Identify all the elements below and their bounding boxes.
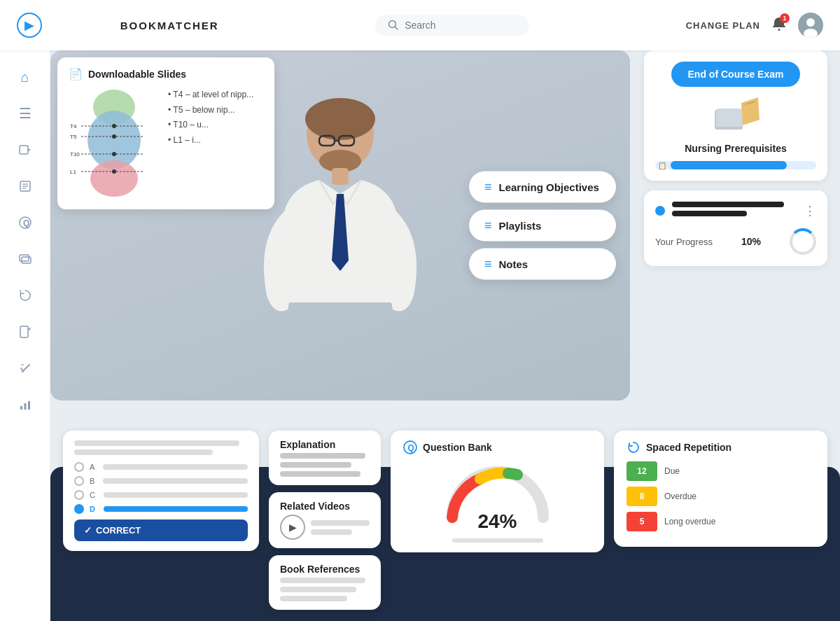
book-line-2 [280, 587, 356, 592]
spaced-repetition-card: Spaced Repetition 12 Due 8 Overdue [614, 431, 827, 547]
exp-line-3 [280, 471, 360, 477]
sr-bar-due: 12 [626, 461, 657, 481]
sidebar-item-videos[interactable] [10, 134, 41, 165]
svg-line-1 [396, 27, 398, 30]
svg-point-41 [112, 134, 116, 139]
spaced-rep-icon [626, 440, 640, 454]
main-layout: 📄 Downloadable Slides [50, 50, 840, 621]
svg-point-4 [806, 18, 815, 27]
option-a-line [103, 464, 248, 470]
progress-line-1 [672, 202, 784, 207]
option-c-label: C [90, 491, 95, 499]
sidebar-item-courses[interactable]: ☰ [10, 98, 41, 129]
svg-marker-7 [28, 148, 31, 151]
svg-rect-14 [20, 255, 29, 261]
sr-bar-long-overdue: 5 [626, 512, 657, 531]
book-references-title: Book References [280, 564, 370, 575]
sidebar-item-analytics[interactable] [10, 389, 41, 420]
explanation-card: Explanation [269, 431, 381, 485]
quiz-question-lines [74, 440, 248, 455]
svg-rect-15 [22, 257, 31, 263]
lessons-icon [18, 179, 32, 193]
learning-objectives-button[interactable]: ≡ Learning Objectives [469, 172, 616, 203]
play-button[interactable]: ▶ [280, 515, 305, 540]
video-area: 📄 Downloadable Slides [50, 50, 630, 400]
option-d[interactable]: D [74, 504, 248, 514]
option-d-label: D [90, 505, 95, 513]
progress-status-dot [655, 206, 665, 216]
bullet-2: T5 – below nip... [168, 103, 253, 118]
correct-button[interactable]: ✓ CORRECT [74, 519, 248, 541]
avatar-icon [798, 13, 823, 38]
slide-card: 📄 Downloadable Slides [57, 57, 274, 209]
progress-bar-bg: 📋 [655, 161, 816, 169]
progress-footer: Your Progress 10% [655, 228, 816, 255]
sidebar-item-questions[interactable]: Q [10, 207, 41, 238]
svg-rect-20 [24, 403, 26, 410]
sidebar-item-flashcards[interactable] [10, 244, 41, 274]
sr-label-overdue: Overdue [664, 491, 696, 501]
sidebar-item-notes[interactable] [10, 316, 41, 347]
exp-line-1 [280, 453, 365, 459]
option-b[interactable]: B [74, 476, 248, 486]
book-line-1 [280, 578, 365, 583]
sr-count-due: 12 [637, 466, 646, 476]
search-bar[interactable] [375, 15, 529, 36]
slide-bullets: T4 – at level of nipp... T5 – below nip.… [168, 88, 253, 200]
related-videos-title: Related Videos [280, 501, 370, 512]
vid-line-1 [311, 520, 370, 526]
radio-a[interactable] [74, 462, 84, 472]
radio-d[interactable] [74, 504, 84, 514]
checklist-icon [18, 361, 32, 375]
logo[interactable]: ▶ [17, 13, 42, 38]
question-bank-header: Q Question Bank [403, 440, 592, 454]
radio-b[interactable] [74, 476, 84, 486]
courses-icon: ☰ [19, 105, 31, 122]
end-of-course-exam-button[interactable]: End of Course Exam [671, 62, 801, 87]
change-plan-button[interactable]: CHANGE PLAN [686, 20, 760, 31]
q-line-1 [74, 440, 239, 446]
playlists-icon: ≡ [484, 218, 492, 233]
notes-menu-icon: ≡ [484, 257, 492, 272]
playlists-button[interactable]: ≡ Playlists [469, 210, 616, 242]
svg-text:T10: T10 [70, 151, 80, 158]
top-navigation: ▶ BOOKMATCHER CHANGE PLAN 1 [0, 0, 840, 50]
option-b-label: B [90, 477, 94, 485]
sidebar-item-home[interactable]: ⌂ [10, 62, 41, 92]
related-videos-card: Related Videos ▶ [269, 492, 381, 548]
svg-text:Q: Q [408, 443, 414, 453]
progress-text-lines [672, 202, 797, 220]
svg-text:T4: T4 [70, 123, 77, 130]
progress-circle [790, 228, 816, 255]
check-icon: ✓ [84, 525, 92, 536]
notes-button[interactable]: ≡ Notes [469, 249, 616, 280]
user-avatar[interactable] [798, 13, 823, 38]
q-line-2 [74, 449, 213, 455]
floating-menu: ≡ Learning Objectives ≡ Playlists ≡ Note… [469, 172, 616, 280]
bullet-1: T4 – at level of nipp... [168, 88, 253, 103]
progress-more-menu[interactable]: ⋮ [804, 203, 816, 218]
svg-rect-21 [28, 401, 30, 410]
option-c[interactable]: C [74, 490, 248, 500]
sidebar-item-review[interactable] [10, 280, 41, 311]
svg-text:T5: T5 [70, 134, 77, 140]
svg-rect-16 [20, 326, 28, 337]
svg-text:Q: Q [23, 218, 29, 228]
radio-c[interactable] [74, 490, 84, 500]
sr-row-due: 12 Due [626, 461, 815, 481]
stacked-cards: Explanation Related Videos ▶ Book Refer [269, 431, 381, 610]
vid-line-2 [311, 529, 352, 535]
questions-icon: Q [18, 216, 32, 230]
notification-badge: 1 [780, 13, 790, 23]
flashcards-icon [18, 252, 32, 266]
sidebar-item-lessons[interactable] [10, 171, 41, 202]
analytics-icon [18, 398, 32, 412]
sidebar-item-checklist[interactable] [10, 353, 41, 384]
end-exam-card: End of Course Exam Nursing Prerequisites… [644, 50, 827, 181]
notification-bell[interactable]: 1 [771, 16, 787, 34]
progress-bar-doc-icon: 📋 [658, 162, 666, 169]
svg-rect-28 [332, 168, 349, 185]
svg-rect-45 [716, 109, 743, 127]
search-input[interactable] [405, 20, 489, 31]
option-a[interactable]: A [74, 462, 248, 472]
